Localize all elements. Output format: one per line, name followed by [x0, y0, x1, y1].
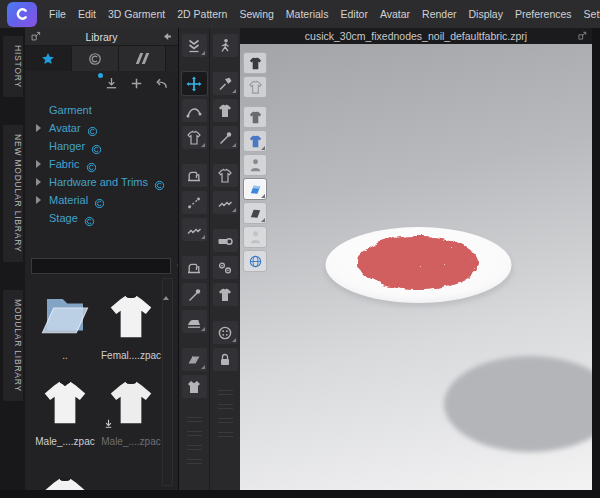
tree-item-stage[interactable]: Stage: [25, 209, 178, 227]
tool-fold-arrangement[interactable]: [182, 348, 207, 371]
double-slash-icon: [138, 53, 146, 64]
file-item-partial[interactable]: [35, 455, 95, 490]
side-tab-new-modular-library[interactable]: NEW MODULAR LIBRARY: [3, 125, 23, 261]
window-right-edge: [592, 28, 600, 498]
tool-edit-sewing[interactable]: [182, 256, 207, 279]
file-grid-scrollbar[interactable]: [162, 278, 173, 486]
avatar-head-icon: [248, 158, 263, 173]
tool-import-export[interactable]: [182, 34, 207, 57]
tool-steam-iron[interactable]: [182, 310, 207, 333]
body-figure-icon: [248, 230, 263, 245]
shirt-needle-icon: [217, 130, 233, 146]
expand-arrow-icon[interactable]: [36, 124, 41, 132]
tool-shirt-pin[interactable]: [213, 99, 238, 122]
tree-label: Stage: [49, 212, 78, 224]
menu-edit[interactable]: Edit: [72, 8, 102, 20]
notification-dot: [98, 73, 103, 78]
tool-shirt-sewing[interactable]: [213, 126, 238, 149]
library-panel-title: Library: [41, 31, 162, 43]
viewport-3d-canvas[interactable]: [240, 44, 592, 490]
download-asset-button[interactable]: [104, 76, 119, 91]
cloud-badge-icon: [86, 159, 97, 170]
fitting-suit-icon: [186, 379, 202, 395]
toolbar-3d-column-2: [209, 28, 240, 490]
tool-avatar-walk[interactable]: [213, 34, 238, 57]
tool-buttonhole[interactable]: [213, 348, 238, 371]
tool-select-pattern[interactable]: [213, 164, 238, 187]
app-logo[interactable]: [7, 2, 37, 27]
menu-preferences[interactable]: Preferences: [509, 8, 578, 20]
file-item-male-garment-1[interactable]: Male_....zpac: [35, 369, 95, 447]
tool-fitting[interactable]: [182, 375, 207, 398]
download-icon: [104, 76, 119, 91]
toggle-show-environment[interactable]: [243, 250, 267, 272]
menu-render[interactable]: Render: [416, 8, 462, 20]
tree-item-hanger[interactable]: Hanger: [25, 137, 178, 155]
tree-item-garment[interactable]: Garment: [25, 101, 178, 119]
undock-viewport-icon[interactable]: [577, 31, 587, 41]
toggle-show-avatar[interactable]: [243, 154, 267, 176]
toggle-show-pinned-garment[interactable]: [243, 106, 267, 128]
toggle-show-garment-style[interactable]: [243, 130, 267, 152]
tool-edit-stitch[interactable]: [213, 191, 238, 214]
library-tab-assets[interactable]: [119, 46, 166, 71]
scroll-up-arrow-icon[interactable]: [163, 279, 169, 300]
menu-file[interactable]: File: [43, 8, 72, 20]
toggle-show-mesh[interactable]: [243, 202, 267, 224]
expand-arrow-icon[interactable]: [36, 178, 41, 186]
back-button[interactable]: [154, 76, 169, 91]
tool-button[interactable]: [213, 321, 238, 344]
menu-display[interactable]: Display: [463, 8, 509, 20]
tool-attach-buttons[interactable]: [213, 256, 238, 279]
toggle-show-ghost-garment[interactable]: [243, 76, 267, 98]
ghost-shirt-icon: [248, 80, 263, 95]
menu-settings-truncated[interactable]: Sett: [578, 8, 600, 20]
tool-select-garment[interactable]: [182, 126, 207, 149]
expand-arrow-icon[interactable]: [36, 196, 41, 204]
tree-item-avatar[interactable]: Avatar: [25, 119, 178, 137]
menu-avatar[interactable]: Avatar: [374, 8, 416, 20]
side-tab-modular-library[interactable]: MODULAR LIBRARY: [3, 290, 23, 401]
garment-thumbnail-icon: [104, 289, 158, 345]
tool-select-move[interactable]: [182, 72, 207, 95]
menu-materials[interactable]: Materials: [280, 8, 335, 20]
tool-segment-sewing[interactable]: [182, 191, 207, 214]
file-item-male-garment-2-cloud[interactable]: Male_....zpac: [101, 369, 161, 447]
tree-item-fabric[interactable]: Fabric: [25, 155, 178, 173]
toggle-show-body-sizing[interactable]: [243, 226, 267, 248]
library-tab-favorites[interactable]: [25, 46, 72, 71]
select-move-icon: [186, 76, 202, 92]
tree-label: Fabric: [49, 158, 80, 170]
tool-fabric-roll[interactable]: [213, 229, 238, 252]
tool-free-sewing[interactable]: [182, 218, 207, 241]
tree-item-material[interactable]: Material: [25, 191, 178, 209]
library-tab-clo-cloud[interactable]: [72, 46, 119, 71]
shirt-paint-icon: [248, 134, 263, 149]
tool-shirt-buttons[interactable]: [213, 283, 238, 306]
add-folder-button[interactable]: [129, 76, 144, 91]
tool-edit-curvature[interactable]: [182, 99, 207, 122]
clo-cloud-icon: [88, 52, 102, 66]
menu-sewing[interactable]: Sewing: [233, 8, 279, 20]
avatar-walk-icon: [217, 38, 233, 54]
library-actions-row: [25, 71, 178, 95]
file-item-female-garment[interactable]: Femal....zpac: [101, 283, 161, 361]
library-search-row: [25, 257, 178, 275]
viewport-3d: cusick_30cm_fixednodes_noil_defaultfabri…: [240, 28, 592, 490]
menu-3d-garment[interactable]: 3D Garment: [102, 8, 171, 20]
pin-panel-icon[interactable]: [162, 31, 173, 42]
file-item-parent-folder[interactable]: ..: [35, 283, 95, 361]
tree-item-hardware-and-trims[interactable]: Hardware and Trims: [25, 173, 178, 191]
toggle-show-3d-garment[interactable]: [243, 52, 267, 74]
undock-panel-icon[interactable]: [30, 31, 41, 42]
toggle-show-fabric-texture[interactable]: [243, 178, 267, 200]
menu-2d-pattern[interactable]: 2D Pattern: [171, 8, 233, 20]
tree-label: Hardware and Trims: [49, 176, 148, 188]
expand-arrow-icon[interactable]: [36, 160, 41, 168]
tool-pin[interactable]: [182, 283, 207, 306]
search-input[interactable]: [31, 258, 171, 274]
tool-sewing-machine[interactable]: [182, 164, 207, 187]
side-tab-history[interactable]: HISTORY: [3, 36, 23, 97]
menu-editor[interactable]: Editor: [334, 8, 373, 20]
tool-tack-on-avatar[interactable]: [213, 72, 238, 95]
